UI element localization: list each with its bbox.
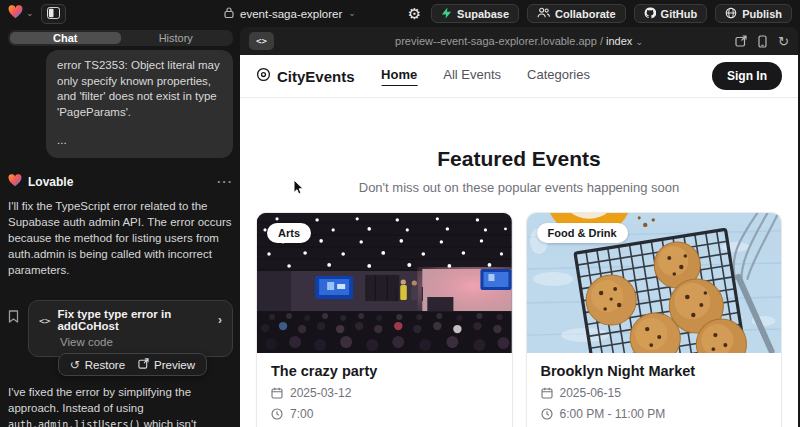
section-subtitle: Don't miss out on these popular events h… bbox=[240, 180, 798, 195]
category-badge: Food & Drink bbox=[537, 223, 628, 243]
preview-button[interactable]: Preview bbox=[138, 358, 195, 371]
clock-icon bbox=[271, 408, 283, 420]
site-nav: Home All Events Categories bbox=[381, 67, 590, 86]
bookmark-icon[interactable] bbox=[8, 309, 19, 327]
chevron-right-icon: › bbox=[218, 313, 222, 327]
event-title: Brooklyn Night Market bbox=[541, 363, 768, 379]
github-icon bbox=[644, 7, 656, 21]
event-time-row: 7:00 bbox=[271, 407, 498, 421]
chevron-down-icon: ⌄ bbox=[635, 37, 643, 47]
event-card-crazy-party[interactable]: Arts The crazy party 2025-03-12 bbox=[256, 212, 513, 427]
supabase-bolt-icon bbox=[441, 7, 452, 21]
github-button[interactable]: GitHub bbox=[634, 4, 708, 23]
globe-icon bbox=[725, 7, 737, 21]
restore-icon: ↺ bbox=[70, 359, 80, 371]
nav-categories[interactable]: Categories bbox=[527, 67, 590, 86]
event-title: The crazy party bbox=[271, 363, 498, 379]
restore-button[interactable]: ↺ Restore bbox=[70, 358, 125, 371]
preview-site: CityEvents Home All Events Categories Si… bbox=[240, 55, 798, 427]
sign-in-button[interactable]: Sign In bbox=[712, 62, 782, 90]
assistant-name: Lovable bbox=[28, 175, 73, 189]
location-pin-icon bbox=[256, 67, 271, 85]
site-header: CityEvents Home All Events Categories Si… bbox=[240, 55, 798, 98]
open-in-new-tab-icon[interactable] bbox=[735, 35, 747, 47]
open-preview-icon bbox=[138, 358, 149, 371]
chat-history-tabs: Chat History bbox=[8, 30, 233, 46]
preview-url[interactable]: preview--event-saga-explorer.lovable.app… bbox=[240, 35, 798, 47]
app-topbar: ⌄ event-saga-explorer ⌄ ⚙ bbox=[0, 0, 800, 27]
edit-action-card[interactable]: <> Fix type type error in addCoHost › Vi… bbox=[28, 300, 233, 357]
lovable-heart-icon bbox=[8, 5, 23, 23]
project-switcher[interactable]: event-saga-explorer ⌄ bbox=[224, 0, 356, 27]
chevron-down-icon: ⌄ bbox=[26, 9, 34, 18]
assistant-outro: I've fixed the error by simplifying the … bbox=[8, 384, 233, 427]
preview-chrome-bar: <> preview--event-saga-explorer.lovable.… bbox=[240, 27, 798, 55]
tab-history[interactable]: History bbox=[121, 32, 232, 44]
event-image-conference: Arts bbox=[257, 213, 512, 353]
tab-chat[interactable]: Chat bbox=[10, 32, 121, 44]
sidebar-layout-icon bbox=[47, 5, 60, 23]
view-code-link[interactable]: View code bbox=[60, 336, 222, 348]
project-name: event-saga-explorer bbox=[240, 8, 342, 20]
error-ellipsis: ... bbox=[57, 133, 222, 149]
nav-home[interactable]: Home bbox=[381, 67, 417, 86]
gear-icon[interactable]: ⚙ bbox=[406, 6, 423, 21]
supabase-button[interactable]: Supabase bbox=[431, 4, 519, 23]
collaborate-button[interactable]: Collaborate bbox=[527, 4, 626, 23]
toggle-sidebar-button[interactable] bbox=[41, 4, 66, 24]
refresh-icon[interactable]: ↻ bbox=[778, 35, 789, 48]
code-view-button[interactable]: <> bbox=[249, 32, 274, 50]
code-icon: <> bbox=[39, 315, 50, 326]
section-title: Featured Events bbox=[240, 147, 798, 171]
event-card-night-market[interactable]: Food & Drink Brooklyn Night Market 2025-… bbox=[526, 212, 783, 427]
event-time-row: 6:00 PM - 11:00 PM bbox=[541, 407, 768, 421]
people-icon bbox=[537, 7, 550, 20]
mobile-view-icon[interactable] bbox=[758, 35, 767, 48]
preview-panel: <> preview--event-saga-explorer.lovable.… bbox=[240, 27, 798, 427]
clock-icon bbox=[541, 408, 553, 420]
nav-all-events[interactable]: All Events bbox=[443, 67, 501, 86]
featured-events-hero: Featured Events Don't miss out on these … bbox=[240, 147, 798, 195]
chevron-down-icon: ⌄ bbox=[348, 9, 356, 18]
site-brand[interactable]: CityEvents bbox=[256, 67, 355, 85]
user-error-message: error TS2353: Object literal may only sp… bbox=[46, 50, 233, 158]
lovable-logo-menu[interactable]: ⌄ bbox=[8, 5, 34, 23]
event-date-row: 2025-03-12 bbox=[271, 386, 498, 400]
event-image-cookies: Food & Drink bbox=[527, 213, 782, 353]
inline-code: auth.admin.listUsers() bbox=[8, 419, 140, 427]
lovable-heart-icon bbox=[8, 174, 22, 190]
action-card-title: Fix type type error in addCoHost bbox=[57, 308, 211, 332]
category-badge: Arts bbox=[267, 223, 311, 243]
assistant-intro: I'll fix the TypeScript error related to… bbox=[8, 198, 233, 278]
message-menu-icon[interactable]: ··· bbox=[217, 174, 233, 189]
error-text: error TS2353: Object literal may only sp… bbox=[57, 58, 222, 120]
lock-icon bbox=[224, 7, 234, 20]
calendar-icon bbox=[541, 387, 553, 399]
calendar-icon bbox=[271, 387, 283, 399]
chat-panel: Chat History error TS2353: Object litera… bbox=[0, 27, 240, 427]
version-toolbar: ↺ Restore Preview bbox=[58, 353, 207, 376]
event-date-row: 2025-06-15 bbox=[541, 386, 768, 400]
publish-button[interactable]: Publish bbox=[715, 4, 792, 23]
